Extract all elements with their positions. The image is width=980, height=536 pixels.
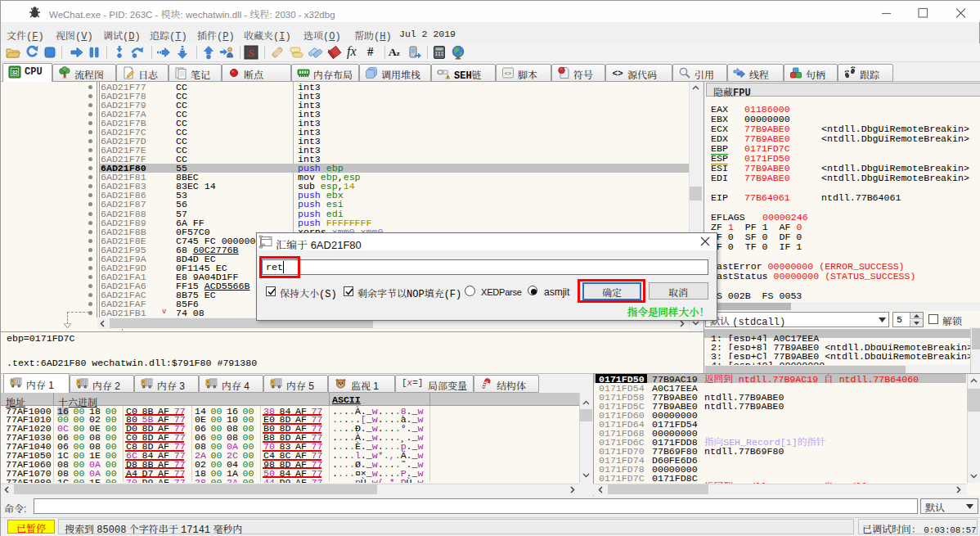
svg-text:<>: <> xyxy=(505,70,511,77)
svg-text:32: 32 xyxy=(11,70,18,75)
svg-text:<>: <> xyxy=(612,69,623,79)
svg-text:S: S xyxy=(248,47,254,59)
